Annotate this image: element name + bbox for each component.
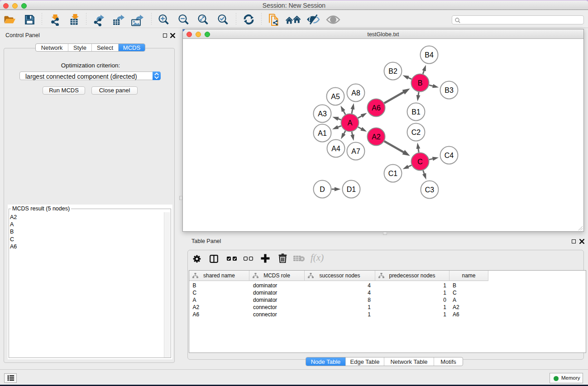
svg-text:A5: A5 (331, 93, 340, 100)
svg-text:A2: A2 (372, 133, 381, 141)
svg-text:A4: A4 (331, 145, 340, 152)
svg-text:A7: A7 (351, 148, 360, 155)
svg-text:C3: C3 (425, 186, 435, 194)
svg-text:D: D (320, 186, 325, 193)
svg-text:A: A (348, 119, 353, 127)
svg-text:C2: C2 (411, 129, 421, 136)
svg-text:A3: A3 (318, 110, 327, 118)
svg-text:B2: B2 (388, 67, 397, 75)
svg-text:C4: C4 (445, 152, 454, 159)
svg-text:A1: A1 (318, 129, 327, 137)
svg-text:B3: B3 (445, 86, 454, 94)
svg-text:A6: A6 (372, 104, 381, 112)
svg-text:C1: C1 (388, 170, 398, 177)
svg-text:D1: D1 (347, 186, 356, 193)
svg-text:B1: B1 (411, 108, 421, 116)
svg-text:B: B (418, 79, 423, 87)
svg-text:C: C (417, 158, 423, 166)
svg-text:B4: B4 (425, 51, 434, 59)
svg-text:A8: A8 (351, 89, 360, 97)
